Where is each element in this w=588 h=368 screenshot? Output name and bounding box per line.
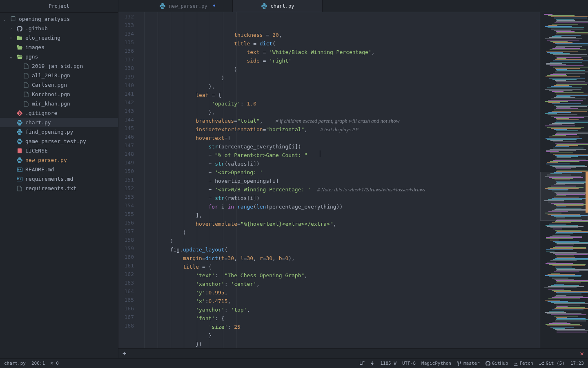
tree-item-images[interactable]: images xyxy=(0,43,118,52)
minimap-scrollbar[interactable] xyxy=(586,172,588,213)
tree-item-license[interactable]: LICENSE xyxy=(0,146,118,155)
tab-new-parser-py[interactable]: new_parser.py• xyxy=(143,0,233,12)
status-encoding[interactable]: UTF-8 xyxy=(402,361,416,366)
close-tab-button[interactable]: ✕ xyxy=(580,350,584,357)
minimap-viewport[interactable] xyxy=(540,172,588,221)
branch-icon xyxy=(457,361,462,366)
code-line[interactable]: + str(values[i]) xyxy=(145,159,540,168)
status-position[interactable]: 206:1 xyxy=(31,361,45,366)
tree-item--gitignore[interactable]: .gitignore xyxy=(0,108,118,118)
code-line[interactable]: hovertemplate="%{hovertext}<extra></extr… xyxy=(145,220,540,228)
code-line[interactable]: + hovertip_openings[i] xyxy=(145,177,540,185)
tree-item-label: requirements.txt xyxy=(25,185,76,191)
code-line[interactable]: 'font': { xyxy=(145,314,540,323)
code-line[interactable]: ), xyxy=(145,82,540,91)
file-tree[interactable]: ⌄ opening_analysis ›.github›elo_readingi… xyxy=(0,13,118,358)
tree-item-korchnoi-pgn[interactable]: Korchnoi.pgn xyxy=(0,90,118,99)
tree-item-2019-jan-std-pgn[interactable]: 2019_jan_std.pgn xyxy=(0,61,118,71)
tree-item-label: chart.py xyxy=(25,119,51,126)
file-icon xyxy=(16,35,23,41)
code-line[interactable]: branchvalues="total", # if children exce… xyxy=(145,117,540,125)
tree-item-find-opening-py[interactable]: find_opening.py xyxy=(0,127,118,137)
file-icon xyxy=(23,63,29,70)
editor-content[interactable]: 1321331341351361371381391401411421431441… xyxy=(118,12,588,348)
tree-item-label: README.md xyxy=(25,166,54,173)
code-line[interactable]: + str(ratios[i]) xyxy=(145,194,540,202)
code-line[interactable]: insidetextorientation="horizontal", # te… xyxy=(145,125,540,134)
status-fetch[interactable]: Fetch xyxy=(514,361,533,366)
code-line[interactable]: hovertext=[ xyxy=(145,134,540,142)
file-icon xyxy=(16,119,23,126)
code-line[interactable]: ) xyxy=(145,228,540,237)
code-line[interactable]: ) xyxy=(145,237,540,245)
sidebar-header: Project xyxy=(0,0,118,13)
tree-item-mir-khan-pgn[interactable]: mir_khan.pgn xyxy=(0,99,118,108)
code-line[interactable]: ) xyxy=(145,65,540,74)
minimap[interactable] xyxy=(540,12,588,348)
tree-item-label: Korchnoi.pgn xyxy=(32,91,70,97)
tree-item-readme-md[interactable]: README.md xyxy=(0,165,118,174)
add-tab-button[interactable]: + xyxy=(122,350,127,357)
code-line[interactable]: 'opacity': 1.0 xyxy=(145,99,540,108)
code-line[interactable]: fig.update_layout( xyxy=(145,245,540,254)
code-line[interactable]: 'xanchor': 'center', xyxy=(145,280,540,288)
code-area[interactable]: thickness = 20, title = dict( text = 'Wh… xyxy=(138,12,540,348)
code-line[interactable]: title = { xyxy=(145,263,540,271)
code-line[interactable]: 'y':0.995, xyxy=(145,288,540,297)
tree-item-requirements-txt[interactable]: requirements.txt xyxy=(0,184,118,193)
code-line[interactable]: margin=dict(t=30, l=30, r=30, b=0), xyxy=(145,254,540,263)
code-line[interactable]: side = 'right' xyxy=(145,56,540,65)
code-line[interactable]: text = 'White/Black Winning Percentage', xyxy=(145,48,540,56)
code-line[interactable]: ) xyxy=(145,74,540,82)
code-line[interactable]: str(percentage_everything[i]) xyxy=(145,142,540,151)
tree-item-all-2018-pgn[interactable]: all_2018.pgn xyxy=(0,71,118,80)
bottom-tab-row: + ✕ xyxy=(118,348,588,358)
status-github[interactable]: GitHub xyxy=(486,361,508,366)
tree-item-requirements-md[interactable]: requirements.md xyxy=(0,174,118,184)
tree-item-elo-reading[interactable]: ›elo_reading xyxy=(0,33,118,43)
tree-item-chart-py[interactable]: chart.py xyxy=(0,118,118,127)
tree-item-label: 2019_jan_std.pgn xyxy=(32,63,83,69)
file-icon xyxy=(23,82,29,88)
tab-bar: new_parser.py•chart.py xyxy=(118,0,588,12)
code-line[interactable]: }, xyxy=(145,108,540,117)
status-time[interactable]: 17:23 xyxy=(570,361,584,366)
tab-chart-py[interactable]: chart.py xyxy=(233,0,323,12)
code-line[interactable]: + '<br>Opening: ' xyxy=(145,168,540,177)
code-line[interactable]: thickness = 20, xyxy=(145,31,540,39)
status-branch[interactable]: master xyxy=(457,361,480,366)
tree-root[interactable]: ⌄ opening_analysis xyxy=(0,14,118,24)
repo-icon xyxy=(10,16,16,22)
tree-item-new-parser-py[interactable]: new_parser.py xyxy=(0,155,118,165)
code-line[interactable]: 'text': "The Chess Opening Graph", xyxy=(145,271,540,280)
status-language[interactable]: MagicPython xyxy=(421,361,451,366)
status-file[interactable]: chart.py xyxy=(4,361,26,366)
chevron-down-icon: ⌄ xyxy=(3,17,7,21)
tree-item-game-parser-test-py[interactable]: game_parser_test.py xyxy=(0,137,118,146)
code-line[interactable]: 'x':0.4715, xyxy=(145,297,540,305)
code-line[interactable]: title = dict( xyxy=(145,39,540,48)
code-line[interactable]: }) xyxy=(145,340,540,348)
file-icon xyxy=(16,25,23,32)
code-line[interactable]: + "% of Parent<br>Game Count: " xyxy=(145,151,540,159)
tree-root-label: opening_analysis xyxy=(19,16,70,22)
tree-item-carlsen-pgn[interactable]: Carlsen.pgn xyxy=(0,80,118,90)
tree-item--github[interactable]: ›.github xyxy=(0,24,118,33)
code-line[interactable]: ], xyxy=(145,211,540,220)
tree-item-label: LICENSE xyxy=(25,148,48,154)
status-width[interactable]: 1185 W xyxy=(380,361,396,366)
status-line-ending[interactable]: LF xyxy=(359,361,365,366)
lightning-icon[interactable] xyxy=(370,361,374,366)
project-sidebar: Project ⌄ opening_analysis ›.github›elo_… xyxy=(0,0,118,358)
code-line[interactable]: for i in range(len(percentage_everything… xyxy=(145,202,540,211)
svg-rect-0 xyxy=(17,168,22,172)
code-line[interactable]: + '<br>W/B Winning Percentage: ' # Note:… xyxy=(145,185,540,194)
code-line[interactable]: leaf = { xyxy=(145,91,540,99)
code-line[interactable]: 'yanchor': 'top', xyxy=(145,305,540,314)
tree-item-pgns[interactable]: ⌄pgns xyxy=(0,52,118,61)
status-selection[interactable]: ⇱ 0 xyxy=(51,361,59,366)
status-git[interactable]: ⎇ Git (5) xyxy=(539,361,565,366)
code-line[interactable]: } xyxy=(145,331,540,340)
code-line[interactable]: 'size': 25 xyxy=(145,323,540,331)
tree-item-label: images xyxy=(25,44,45,50)
